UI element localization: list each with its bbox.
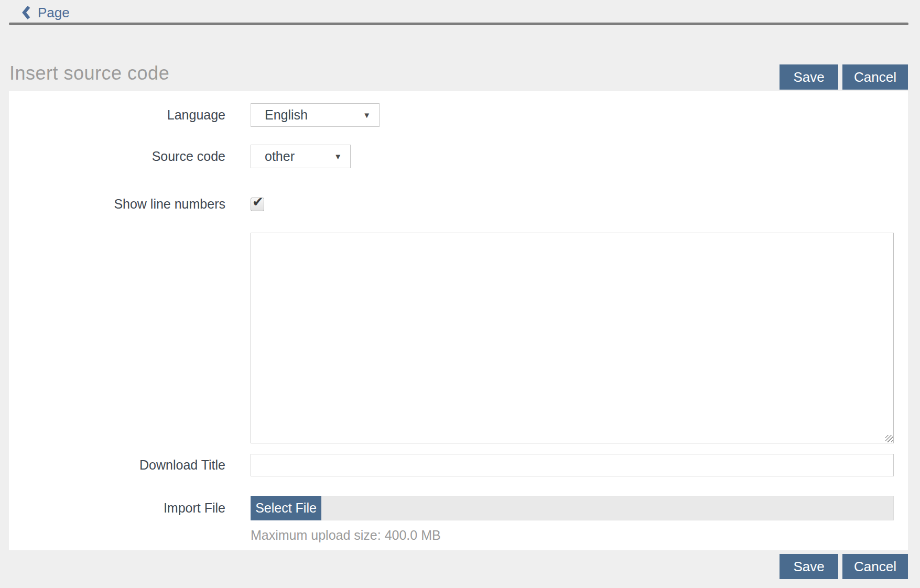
select-file-button[interactable]: Select File	[251, 496, 321, 520]
chevron-left-icon	[21, 5, 31, 20]
source-code-select-value: other	[265, 149, 295, 164]
footer-actions: Save Cancel	[0, 554, 908, 579]
language-select[interactable]: English ▼	[251, 103, 380, 127]
page: Page Insert source code Save Cancel Lang…	[0, 0, 920, 579]
upload-size-hint: Maximum upload size: 400.0 MB	[251, 528, 441, 543]
show-line-numbers-label: Show line numbers	[9, 197, 225, 212]
language-row: Language English ▼	[9, 103, 908, 127]
chevron-down-icon: ▼	[363, 111, 371, 119]
show-line-numbers-checkbox[interactable]: ✔	[251, 198, 264, 211]
header-divider	[9, 23, 908, 25]
upload-hint-row: Maximum upload size: 400.0 MB	[9, 528, 908, 543]
show-line-numbers-row: Show line numbers ✔	[9, 197, 908, 212]
page-title: Insert source code	[9, 62, 169, 84]
source-code-select[interactable]: other ▼	[251, 145, 351, 168]
chevron-down-icon: ▼	[334, 153, 342, 160]
download-title-input[interactable]	[251, 454, 894, 476]
top-nav: Page	[0, 0, 920, 25]
header-actions: Save Cancel	[780, 64, 908, 90]
checkmark-icon: ✔	[252, 195, 264, 209]
save-button-top[interactable]: Save	[780, 64, 838, 90]
back-link-label: Page	[38, 5, 70, 21]
back-link[interactable]: Page	[21, 4, 70, 21]
file-input-control: Select File	[251, 496, 894, 520]
language-label: Language	[9, 107, 225, 123]
download-title-label: Download Title	[9, 458, 225, 473]
code-row	[9, 233, 908, 443]
file-name-bar[interactable]	[321, 496, 894, 520]
code-editor-wrap	[251, 233, 894, 443]
import-file-row: Import File Select File	[9, 496, 908, 520]
title-bar: Insert source code Save Cancel	[9, 56, 908, 91]
language-select-value: English	[265, 107, 308, 123]
import-file-label: Import File	[9, 500, 225, 516]
source-code-textarea[interactable]	[251, 233, 894, 443]
source-code-label: Source code	[9, 149, 225, 164]
source-code-row: Source code other ▼	[9, 145, 908, 168]
cancel-button-top[interactable]: Cancel	[842, 64, 908, 90]
save-button-bottom[interactable]: Save	[780, 554, 838, 579]
cancel-button-bottom[interactable]: Cancel	[842, 554, 908, 579]
download-title-row: Download Title	[9, 454, 908, 476]
form-panel: Language English ▼ Source code other ▼ S…	[9, 91, 908, 550]
